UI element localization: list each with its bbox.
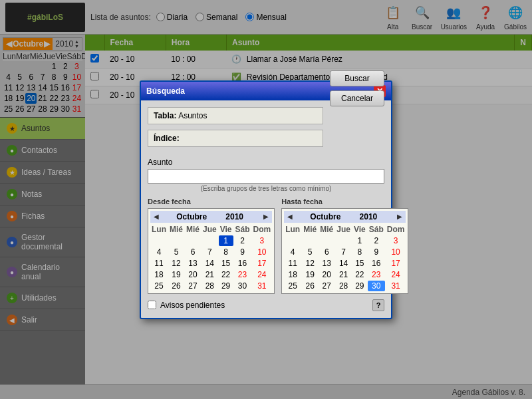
avisos-checkbox[interactable]: [148, 301, 156, 309]
desde-cal-grid: Lun Mié Mié Jue Vie Sáb Dom 1: [150, 224, 272, 291]
avisos-label: Avisos pendientes: [160, 301, 225, 310]
desde-calendar: ◀ Octubre 2010 ▶ Lun Mié Mié Jue Vie Sáb: [148, 208, 275, 294]
desde-month: Octubre: [176, 212, 207, 221]
hasta-fecha-col: Hasta fecha ◀ Octubre 2010 ▶ Lun Mié Mié: [281, 198, 408, 294]
asunto-input[interactable]: [148, 169, 384, 184]
asunto-section: Asunto (Escriba grupos de tres letras co…: [148, 158, 384, 192]
help-button[interactable]: ?: [372, 299, 384, 311]
modal-overlay: Búsqueda ✕ Tabla: Asuntos Índice: Buscar: [0, 0, 532, 399]
cancelar-button[interactable]: Cancelar: [330, 90, 384, 106]
desde-label: Desde fecha: [148, 198, 275, 205]
hasta-next-btn[interactable]: ▶: [396, 213, 404, 220]
hasta-calendar: ◀ Octubre 2010 ▶ Lun Mié Mié Jue Vie Sáb: [281, 208, 408, 294]
hasta-month: Octubre: [310, 212, 340, 221]
desde-next-btn[interactable]: ▶: [262, 213, 270, 220]
desde-cal-header: ◀ Octubre 2010 ▶: [150, 211, 272, 223]
desde-fecha-col: Desde fecha ◀ Octubre 2010 ▶ Lun Mié Mié: [148, 198, 275, 294]
asunto-hint: (Escriba grupos de tres letras como míni…: [148, 185, 384, 192]
hasta-year: 2010: [360, 212, 378, 221]
avisos-row: Avisos pendientes ?: [148, 299, 384, 311]
asunto-label: Asunto: [148, 158, 384, 167]
modal-action-buttons: Buscar Cancelar: [330, 70, 384, 106]
search-modal: Búsqueda ✕ Tabla: Asuntos Índice: Buscar: [140, 80, 392, 319]
hasta-label: Hasta fecha: [281, 198, 408, 205]
hasta-cal-header: ◀ Octubre 2010 ▶: [284, 211, 406, 223]
date-range-row: Desde fecha ◀ Octubre 2010 ▶ Lun Mié Mié: [148, 198, 384, 294]
buscar-button[interactable]: Buscar: [330, 70, 384, 86]
modal-title: Búsqueda: [146, 86, 185, 96]
modal-body: Tabla: Asuntos Índice: Buscar Cancelar A…: [141, 100, 391, 318]
indice-row: Índice:: [148, 130, 323, 147]
desde-prev-btn[interactable]: ◀: [152, 213, 160, 220]
hasta-prev-btn[interactable]: ◀: [286, 213, 294, 220]
desde-year: 2010: [225, 212, 243, 221]
hasta-cal-grid: Lun Mié Mié Jue Vie Sáb Dom 1: [284, 224, 406, 291]
tabla-row: Tabla: Asuntos: [148, 107, 323, 124]
